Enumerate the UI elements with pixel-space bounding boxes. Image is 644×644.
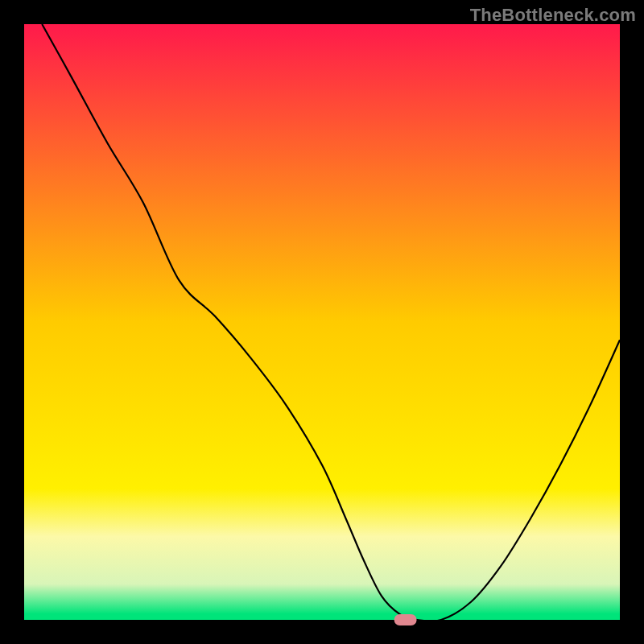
watermark-text: TheBottleneck.com [470,5,636,26]
bottleneck-chart [0,0,644,644]
plot-background [24,24,620,620]
optimal-marker [394,614,417,625]
chart-container: TheBottleneck.com [0,0,644,644]
